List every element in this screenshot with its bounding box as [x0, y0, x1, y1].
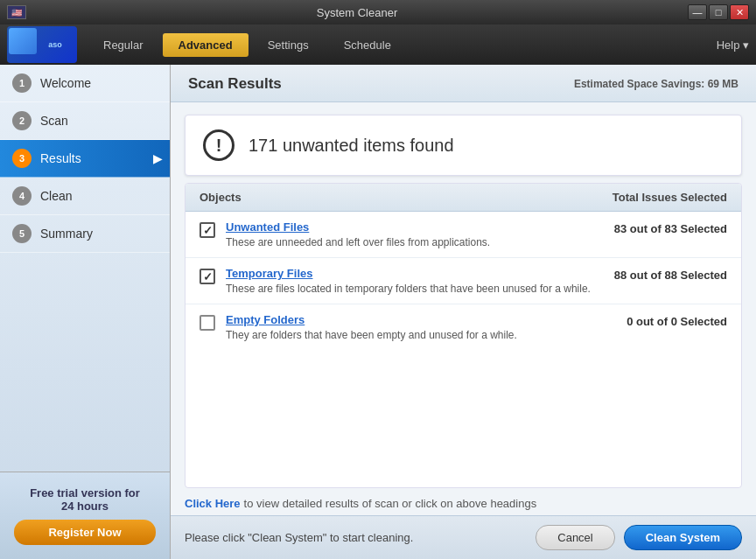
action-bar: Please click "Clean System" to start cle… [171, 515, 756, 559]
sidebar-num-4: 4 [12, 186, 32, 206]
unwanted-files-checkbox[interactable] [200, 222, 215, 238]
scan-results-title: Scan Results [188, 75, 282, 93]
sidebar-label-summary: Summary [40, 227, 93, 241]
col-objects: Objects [200, 191, 242, 204]
empty-folders-link[interactable]: Empty Folders [226, 313, 626, 326]
results-banner: ! 171 unwanted items found [185, 115, 742, 176]
trial-line2: 24 hours [61, 500, 108, 513]
empty-folders-count: 0 out of 0 Selected [626, 315, 727, 328]
table-header: Objects Total Issues Selected [186, 184, 741, 212]
sidebar-arrow-icon: ▶ [153, 151, 163, 165]
app-logo: aso [7, 26, 77, 63]
unwanted-files-link[interactable]: Unwanted Files [226, 220, 614, 234]
sidebar: 1 Welcome 2 Scan 3 Results ▶ 4 Clean 5 S… [0, 65, 171, 559]
maximize-button[interactable]: □ [709, 4, 728, 20]
temp-files-count: 88 out of 88 Selected [614, 269, 727, 282]
menu-tabs: Regular Advanced Settings Schedule [88, 33, 407, 57]
help-menu[interactable]: Help ▾ [717, 38, 749, 52]
space-savings-label: Estimated Space Savings: 69 MB [574, 78, 738, 90]
window-title: System Cleaner [26, 6, 688, 19]
sidebar-label-clean: Clean [40, 189, 73, 203]
window-controls: — □ ✕ [688, 4, 749, 20]
sidebar-num-5: 5 [12, 224, 32, 243]
trial-line1: Free trial version for [30, 486, 140, 500]
table-row: Empty Folders They are folders that have… [186, 304, 741, 350]
unwanted-files-count: 83 out of 83 Selected [614, 222, 727, 235]
temp-files-info: Temporary Files These are files located … [226, 267, 614, 295]
register-button[interactable]: Register Now [14, 520, 156, 545]
results-count-text: 171 unwanted items found [248, 136, 454, 156]
sidebar-spacer [0, 253, 170, 472]
sidebar-label-welcome: Welcome [40, 76, 91, 90]
flag-icon[interactable]: 🇺🇸 [7, 5, 26, 19]
unwanted-files-desc: These are unneeded and left over files f… [226, 236, 614, 248]
tab-advanced[interactable]: Advanced [163, 33, 248, 57]
empty-folders-desc: They are folders that have been empty an… [226, 329, 626, 341]
trial-text: Free trial version for 24 hours [14, 486, 156, 513]
action-buttons: Cancel Clean System [536, 525, 742, 550]
main-layout: 1 Welcome 2 Scan 3 Results ▶ 4 Clean 5 S… [0, 65, 756, 559]
click-here-link[interactable]: Click Here [185, 497, 241, 510]
clean-system-button[interactable]: Clean System [624, 525, 742, 550]
empty-folders-info: Empty Folders They are folders that have… [226, 313, 626, 341]
close-button[interactable]: ✕ [730, 4, 749, 20]
alert-icon: ! [203, 129, 234, 161]
temp-files-link[interactable]: Temporary Files [226, 267, 614, 280]
minimize-button[interactable]: — [688, 4, 707, 20]
results-table: Objects Total Issues Selected Unwanted F… [185, 183, 742, 488]
temp-files-desc: These are files located in temporary fol… [226, 283, 614, 295]
sidebar-label-results: Results [40, 151, 81, 165]
content-footer: Click Here to view detailed results of s… [171, 488, 756, 515]
tab-settings[interactable]: Settings [252, 33, 325, 57]
col-issues: Total Issues Selected [612, 191, 727, 204]
footer-hint-text: to view detailed results of scan or clic… [244, 497, 537, 510]
action-message: Please click "Clean System" to start cle… [185, 531, 413, 544]
sidebar-item-clean[interactable]: 4 Clean [0, 178, 170, 215]
empty-folders-checkbox[interactable] [200, 315, 215, 331]
sidebar-trial: Free trial version for 24 hours Register… [0, 472, 170, 559]
sidebar-num-2: 2 [12, 111, 32, 130]
content-area: Scan Results Estimated Space Savings: 69… [171, 65, 756, 559]
sidebar-item-welcome[interactable]: 1 Welcome [0, 65, 170, 102]
logo-text: aso [48, 40, 62, 49]
sidebar-num-3: 3 [12, 149, 32, 168]
menu-bar: aso Regular Advanced Settings Schedule H… [0, 24, 756, 65]
content-header: Scan Results Estimated Space Savings: 69… [171, 65, 756, 102]
table-row: Unwanted Files These are unneeded and le… [186, 212, 741, 258]
sidebar-label-scan: Scan [40, 114, 68, 128]
table-row: Temporary Files These are files located … [186, 258, 741, 304]
sidebar-num-1: 1 [12, 73, 32, 93]
tab-regular[interactable]: Regular [88, 33, 159, 57]
sidebar-item-summary[interactable]: 5 Summary [0, 215, 170, 253]
title-bar: 🇺🇸 System Cleaner — □ ✕ [0, 0, 756, 24]
sidebar-item-results[interactable]: 3 Results ▶ [0, 140, 170, 178]
unwanted-files-info: Unwanted Files These are unneeded and le… [226, 220, 614, 248]
temp-files-checkbox[interactable] [200, 269, 215, 284]
sidebar-item-scan[interactable]: 2 Scan [0, 102, 170, 140]
tab-schedule[interactable]: Schedule [328, 33, 407, 57]
cancel-button[interactable]: Cancel [536, 525, 614, 550]
